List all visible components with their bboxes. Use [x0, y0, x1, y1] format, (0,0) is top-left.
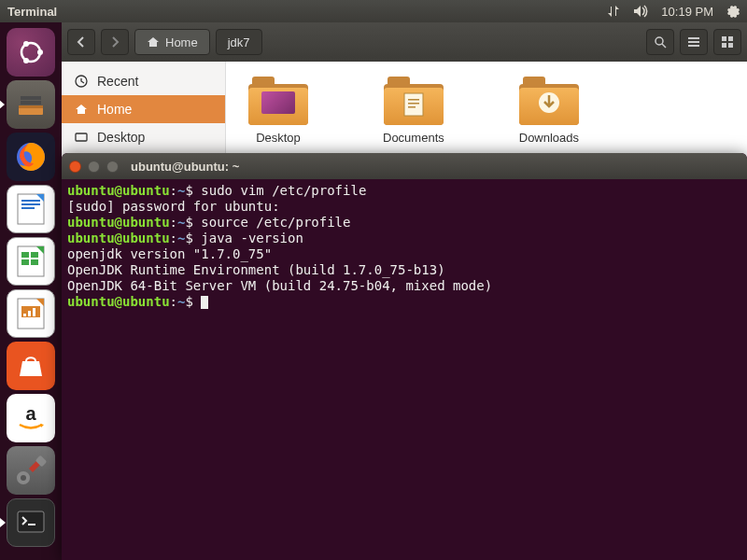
svg-point-1: [37, 49, 43, 55]
unity-launcher: a: [0, 22, 62, 560]
svg-rect-20: [23, 314, 26, 316]
gear-icon[interactable]: [726, 5, 740, 18]
window-minimize-button[interactable]: [88, 161, 100, 173]
sidebar-label: Desktop: [97, 130, 145, 145]
svg-rect-38: [76, 133, 87, 141]
svg-rect-28: [28, 524, 35, 525]
svg-rect-12: [21, 207, 35, 209]
window-maximize-button[interactable]: [106, 161, 119, 173]
svg-rect-31: [688, 41, 699, 43]
home-icon: [147, 35, 160, 49]
svg-rect-11: [21, 203, 40, 205]
svg-rect-16: [21, 259, 29, 265]
launcher-files[interactable]: [7, 80, 55, 129]
svg-point-29: [655, 37, 663, 45]
folder-label: Downloads: [519, 131, 579, 145]
folder-icon: [248, 77, 308, 125]
nav-back-button[interactable]: [67, 29, 95, 55]
svg-rect-22: [33, 308, 35, 316]
svg-rect-4: [21, 96, 41, 100]
terminal-cursor: [201, 296, 208, 309]
svg-rect-40: [408, 99, 419, 101]
svg-rect-34: [728, 36, 733, 41]
view-grid-button[interactable]: [713, 29, 741, 55]
svg-rect-41: [408, 103, 419, 105]
svg-rect-15: [31, 252, 38, 258]
files-toolbar: Home jdk7: [62, 22, 747, 62]
svg-rect-33: [722, 36, 726, 41]
folder-icon: [384, 77, 444, 125]
launcher-software[interactable]: [7, 342, 55, 390]
folder-documents[interactable]: Documents: [383, 77, 444, 145]
launcher-terminal[interactable]: [7, 498, 55, 547]
network-icon[interactable]: [607, 5, 620, 18]
svg-point-26: [21, 475, 26, 481]
active-app-title: Terminal: [7, 5, 57, 19]
sidebar-item-desktop[interactable]: Desktop: [62, 123, 225, 151]
svg-rect-30: [688, 37, 699, 39]
svg-rect-36: [728, 43, 733, 48]
svg-rect-17: [31, 259, 38, 265]
path-home[interactable]: Home: [134, 29, 210, 55]
nav-forward-button[interactable]: [101, 29, 129, 55]
svg-point-3: [23, 58, 29, 63]
path-home-label: Home: [165, 35, 198, 49]
folder-downloads[interactable]: Downloads: [519, 77, 579, 145]
svg-rect-7: [19, 105, 43, 108]
folder-label: Documents: [383, 131, 444, 145]
svg-rect-14: [21, 252, 29, 258]
svg-text:a: a: [25, 403, 36, 424]
svg-rect-27: [18, 511, 44, 532]
launcher-impress[interactable]: [7, 289, 55, 338]
sound-icon[interactable]: [633, 5, 648, 18]
svg-rect-21: [28, 311, 31, 316]
launcher-settings[interactable]: [7, 446, 55, 495]
clock[interactable]: 10:19 PM: [661, 5, 713, 19]
folder-label: Desktop: [256, 131, 301, 145]
terminal-title: ubuntu@ubuntu: ~: [131, 160, 239, 174]
folder-icon: [519, 77, 579, 125]
top-menubar: Terminal 10:19 PM: [0, 0, 747, 22]
svg-rect-5: [21, 101, 41, 105]
svg-point-2: [23, 41, 29, 47]
search-button[interactable]: [646, 29, 674, 55]
terminal-titlebar[interactable]: ubuntu@ubuntu: ~: [62, 153, 747, 179]
path-jdk7-label: jdk7: [228, 35, 250, 49]
sidebar-label: Home: [97, 102, 132, 117]
svg-rect-10: [21, 200, 40, 202]
launcher-writer[interactable]: [7, 185, 55, 233]
folder-desktop[interactable]: Desktop: [248, 77, 308, 145]
launcher-amazon[interactable]: a: [7, 394, 55, 442]
sidebar-item-recent[interactable]: Recent: [62, 67, 225, 95]
launcher-dash[interactable]: [7, 28, 55, 77]
window-close-button[interactable]: [69, 161, 81, 173]
svg-rect-42: [408, 106, 416, 108]
terminal-body[interactable]: ubuntu@ubuntu:~$ sudo vim /etc/profile […: [62, 179, 747, 314]
svg-rect-39: [404, 93, 423, 116]
path-jdk7[interactable]: jdk7: [216, 29, 262, 55]
launcher-firefox[interactable]: [7, 133, 55, 181]
sidebar-item-home[interactable]: Home: [62, 95, 225, 123]
sidebar-label: Recent: [97, 74, 138, 89]
terminal-window: ubuntu@ubuntu: ~ ubuntu@ubuntu:~$ sudo v…: [62, 153, 747, 560]
launcher-calc[interactable]: [7, 237, 55, 286]
svg-rect-32: [688, 45, 699, 47]
view-list-button[interactable]: [680, 29, 708, 55]
svg-rect-35: [722, 43, 726, 48]
